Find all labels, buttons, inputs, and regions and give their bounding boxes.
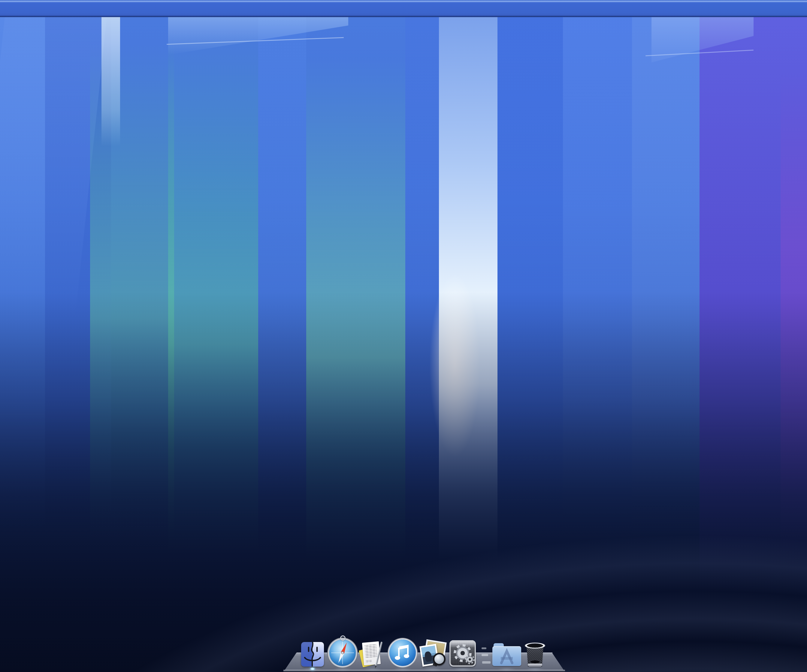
wallpaper-wave-arcs [0, 17, 807, 672]
paper-and-pen-icon [360, 641, 385, 667]
dock-item-applications[interactable] [492, 643, 521, 667]
wallpaper-stripe [258, 17, 306, 672]
wallpaper-stripe [563, 17, 632, 672]
window-title-bar[interactable] [0, 0, 807, 17]
photos-with-loupe-icon [420, 641, 445, 667]
wallpaper-stripe-green [306, 17, 405, 672]
wallpaper-stripe-green [168, 17, 258, 672]
dock-separator-dashes [479, 645, 490, 667]
wallpaper-stripe-magenta [780, 17, 807, 672]
wallpaper-stripe-violet [699, 17, 807, 672]
wallpaper-stripe [498, 17, 563, 672]
screen [0, 0, 807, 672]
trash-opening [527, 644, 543, 647]
dock-item-system-preferences[interactable] [448, 640, 477, 667]
wallpaper-light-tab [101, 17, 120, 146]
wallpaper-highlight-wedge [651, 17, 754, 80]
applications-folder-icon [492, 643, 521, 667]
running-indicator [310, 667, 315, 670]
trash-bottom-band [528, 664, 542, 667]
wallpaper-dark-gradient [0, 17, 807, 672]
dock-separator [478, 645, 491, 667]
wallpaper-highlight-line [167, 37, 344, 45]
compass-icon [329, 640, 356, 666]
wallpaper-stripe [0, 17, 107, 392]
trash-basket-icon [525, 643, 545, 667]
dock-item-safari[interactable] [329, 640, 357, 667]
wallpaper-highlight-line [646, 50, 754, 56]
dock-item-textedit[interactable] [359, 641, 387, 667]
dock-items [299, 640, 548, 667]
dock-item-finder[interactable] [299, 642, 327, 667]
loupe-lens [433, 653, 445, 665]
wallpaper-stripe [405, 17, 440, 672]
wallpaper-stripe [632, 17, 699, 672]
wallpaper-light-shaft-core [429, 272, 480, 458]
wallpaper-stripe [0, 17, 45, 672]
dock-item-itunes[interactable] [389, 640, 417, 667]
finder-face-icon [301, 642, 324, 667]
desktop-wallpaper[interactable] [0, 17, 807, 672]
dock-item-preview[interactable] [418, 641, 447, 667]
wallpaper-highlight-wedge [168, 17, 348, 59]
music-note-circle-icon [389, 640, 416, 666]
wallpaper-wave-arcs [0, 17, 807, 672]
gear-small [465, 655, 475, 664]
wallpaper-stripe-green [90, 17, 174, 672]
wallpaper-stripe [45, 17, 111, 672]
gears-icon [450, 640, 476, 667]
wallpaper-light-shaft [439, 17, 498, 672]
dock-item-trash[interactable] [522, 643, 548, 667]
